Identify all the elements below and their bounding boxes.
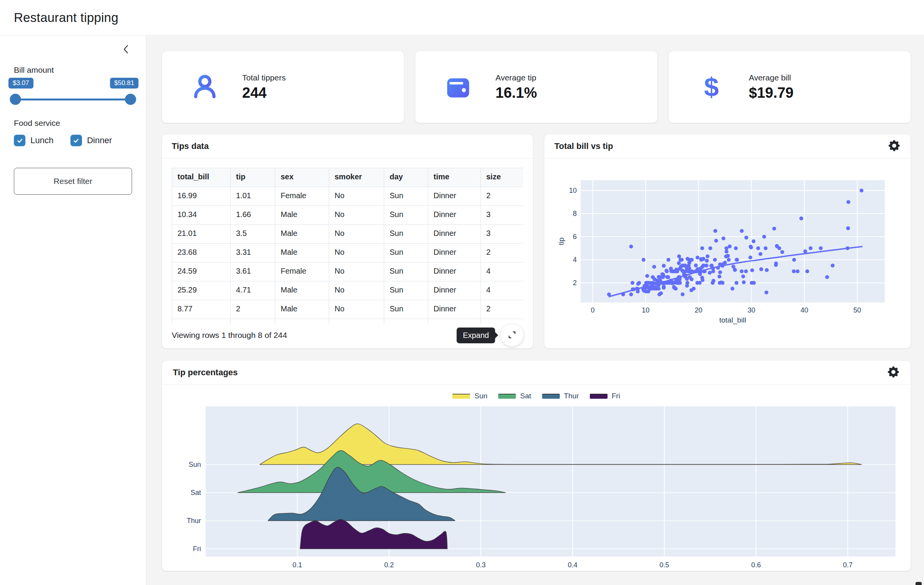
svg-text:$: $: [704, 72, 719, 102]
ridge-settings-button[interactable]: [887, 366, 900, 379]
scatter-point: [718, 275, 721, 279]
table-cell: 16.99: [172, 187, 231, 206]
legend-swatch: [590, 394, 608, 399]
scatter-point: [690, 258, 694, 262]
bill-amount-slider[interactable]: $3.07 $50.81: [15, 77, 131, 107]
table-row: 23.683.31MaleNoSunDinner2: [172, 244, 523, 262]
scatter-point: [742, 281, 746, 284]
table-cell: Sun: [384, 206, 428, 225]
scatter-point: [666, 258, 670, 262]
checkbox-checked-icon[interactable]: [70, 135, 82, 146]
svg-text:0.1: 0.1: [293, 561, 302, 569]
scatter-point: [652, 287, 656, 291]
svg-text:0.2: 0.2: [384, 561, 394, 569]
sidebar-collapse-button[interactable]: [121, 44, 132, 55]
scatter-point: [780, 250, 784, 254]
expand-tooltip: Expand: [457, 328, 495, 343]
table-cell: 21.01: [172, 225, 231, 244]
legend-item-sun[interactable]: Sun: [452, 392, 487, 400]
table-cell: No: [329, 244, 384, 262]
ridge-legend: SunSatThurFri: [452, 389, 620, 403]
scatter-point: [713, 258, 717, 262]
scatter-point: [730, 287, 734, 291]
checkbox-lunch[interactable]: Lunch: [14, 135, 54, 146]
table-header-cell: smoker: [329, 168, 384, 187]
table-cell: Female: [275, 187, 329, 206]
table-cell: Male: [275, 225, 329, 244]
scatter-point: [662, 286, 666, 290]
table-cell: Dinner: [428, 262, 481, 281]
table-cell: Sun: [384, 281, 428, 300]
stat-label: Total tippers: [242, 73, 286, 82]
table-cell: Sun: [384, 244, 428, 262]
table-cell: Female: [275, 262, 329, 281]
slider-handle-max[interactable]: [125, 94, 136, 105]
table-cell: No: [329, 281, 384, 300]
reset-filter-button[interactable]: Reset filter: [14, 168, 132, 195]
scatter-point: [641, 258, 645, 262]
ridgeline-plot[interactable]: 0.10.20.30.40.50.60.7SunSatThurFri: [176, 404, 897, 570]
table-cell: No: [329, 319, 384, 324]
stat-card-average-tip: Average tip 16.1%: [415, 51, 658, 123]
table-cell: Male: [275, 319, 329, 324]
scatter-point: [683, 264, 687, 267]
expand-table-button[interactable]: [501, 324, 523, 346]
scatter-point: [662, 264, 666, 268]
gear-icon: [889, 140, 900, 152]
scatter-plot[interactable]: 24681001020304050tiptotal_bill: [557, 176, 897, 330]
scatter-point: [716, 266, 720, 270]
scatter-point: [758, 252, 762, 256]
y-axis-label: tip: [557, 237, 565, 245]
legend-item-thur[interactable]: Thur: [542, 392, 579, 400]
bill-amount-label: Bill amount: [14, 65, 132, 75]
tips-table-scroll-area[interactable]: total_billtipsexsmokerdaytimesize16.991.…: [172, 168, 523, 324]
legend-item-sat[interactable]: Sat: [498, 392, 531, 400]
table-header-cell: time: [428, 168, 481, 187]
table-cell: Sun: [384, 225, 428, 244]
scatter-point: [687, 264, 691, 267]
main-content: Total tippers 244: [146, 35, 924, 585]
table-cell: 1.66: [231, 206, 275, 225]
scatter-point: [677, 275, 681, 279]
scatter-point: [805, 269, 809, 273]
scatter-point: [701, 264, 705, 267]
table-cell: No: [329, 206, 384, 225]
table-cell: Dinner: [428, 300, 481, 319]
legend-item-fri[interactable]: Fri: [590, 392, 620, 400]
table-row: 26.883.12MaleNoSunDinner4: [172, 319, 523, 324]
scatter-point: [735, 281, 738, 285]
scatter-point: [690, 288, 693, 292]
svg-text:50: 50: [854, 306, 861, 314]
scatter-point: [735, 258, 739, 262]
slider-track[interactable]: [15, 99, 131, 100]
scatter-point: [673, 281, 676, 284]
scatter-point: [674, 287, 678, 291]
checkbox-dinner[interactable]: Dinner: [70, 135, 112, 146]
checkbox-checked-icon[interactable]: [14, 135, 25, 146]
slider-handle-min[interactable]: [10, 94, 21, 105]
table-cell: No: [329, 300, 384, 319]
scatter-point: [803, 249, 807, 253]
table-cell: Male: [275, 281, 329, 300]
scatter-point: [708, 246, 712, 250]
table-cell: 4: [481, 281, 523, 300]
table-cell: 2: [481, 300, 523, 319]
scatter-point: [764, 246, 768, 250]
table-cell: 3.5: [231, 225, 275, 244]
corner-widget: [916, 582, 922, 585]
scatter-point: [720, 264, 724, 268]
table-cell: Dinner: [428, 244, 481, 262]
app-root: Restaurant tipping Bill amount $3.07 $50…: [0, 0, 924, 585]
expand-icon: [507, 330, 517, 341]
tip-percentages-card: Tip percentages SunSatThurFri 0.10.20.30…: [162, 360, 911, 571]
scatter-point: [748, 256, 752, 259]
svg-text:0.4: 0.4: [568, 561, 578, 569]
scatter-point: [756, 246, 760, 250]
scatter-settings-button[interactable]: [888, 139, 901, 153]
table-cell: 23.68: [172, 244, 231, 262]
svg-text:20: 20: [695, 306, 702, 314]
table-row: 24.593.61FemaleNoSunDinner4: [172, 262, 523, 281]
scatter-point: [700, 246, 704, 250]
scatter-point: [799, 217, 803, 221]
scatter-point: [792, 269, 796, 273]
